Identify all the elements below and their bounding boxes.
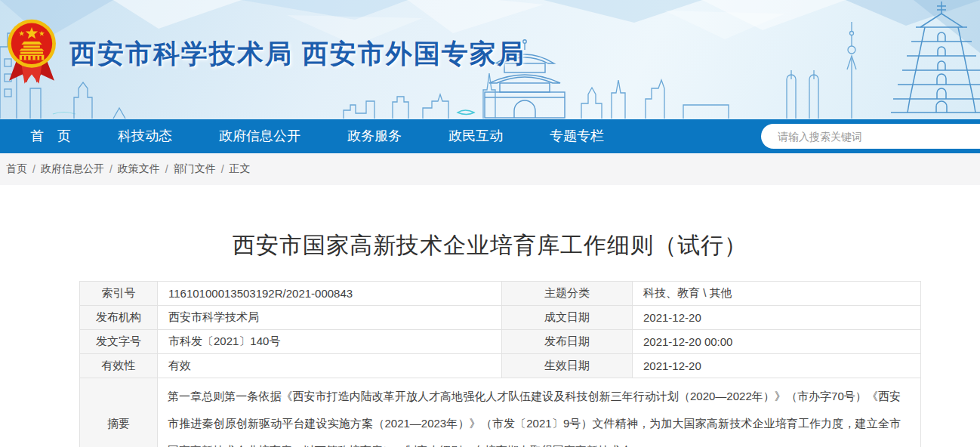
breadcrumb-separator: / xyxy=(32,163,35,175)
meta-value-issuing-agency: 西安市科学技术局 xyxy=(158,306,502,330)
breadcrumb-dept-docs[interactable]: 部门文件 xyxy=(174,162,216,176)
nav-item-home[interactable]: 首 页 xyxy=(30,119,71,153)
site-title: 西安市科学技术局 西安市外国专家局 xyxy=(69,36,525,72)
site-banner: 西安市科学技术局 西安市外国专家局 xyxy=(0,0,980,119)
meta-row-summary: 摘要 第一章总则第一条依据《西安市打造内陆改革开放人才高地强化人才队伍建设及科技… xyxy=(80,378,921,447)
nav-item-special-topics[interactable]: 专题专栏 xyxy=(550,119,604,153)
meta-value-publish-date: 2021-12-20 00:00 xyxy=(633,330,921,354)
nav-item-tech-news[interactable]: 科技动态 xyxy=(118,119,172,153)
meta-row: 发文字号 市科发〔2021〕140号 发布日期 2021-12-20 00:00 xyxy=(80,330,921,354)
meta-label-validity: 有效性 xyxy=(80,354,158,378)
meta-label-doc-number: 发文字号 xyxy=(80,330,158,354)
meta-value-doc-number: 市科发〔2021〕140号 xyxy=(158,330,502,354)
document-meta-table: 索引号 11610100013503192R/2021-000843 主题分类 … xyxy=(79,281,921,447)
meta-row: 索引号 11610100013503192R/2021-000843 主题分类 … xyxy=(80,282,921,306)
meta-value-written-date: 2021-12-20 xyxy=(633,306,921,330)
document-meta: 索引号 11610100013503192R/2021-000843 主题分类 … xyxy=(79,281,980,447)
meta-label-summary: 摘要 xyxy=(80,378,158,447)
meta-value-validity: 有效 xyxy=(158,354,502,378)
breadcrumb-separator: / xyxy=(221,163,224,175)
breadcrumb-home[interactable]: 首页 xyxy=(6,162,27,176)
meta-row: 有效性 有效 生效日期 2021-12-20 xyxy=(80,354,921,378)
breadcrumb-separator: / xyxy=(165,163,168,175)
nav-item-gov-services[interactable]: 政务服务 xyxy=(347,119,402,153)
meta-value-summary: 第一章总则第一条依据《西安市打造内陆改革开放人才高地强化人才队伍建设及科技创新三… xyxy=(158,378,921,447)
breadcrumb-gov-info[interactable]: 政府信息公开 xyxy=(41,162,104,176)
breadcrumb-separator: / xyxy=(109,163,112,175)
document-title: 西安市国家高新技术企业培育库工作细则（试行） xyxy=(0,230,980,261)
meta-label-effective-date: 生效日期 xyxy=(502,354,633,378)
national-emblem-icon xyxy=(6,17,57,89)
nav-item-public-interaction[interactable]: 政民互动 xyxy=(448,119,503,153)
meta-row: 发布机构 西安市科学技术局 成文日期 2021-12-20 xyxy=(80,306,921,330)
meta-value-topic-category: 科技、教育 \ 其他 xyxy=(633,282,921,306)
meta-label-index-number: 索引号 xyxy=(80,282,158,306)
meta-label-publish-date: 发布日期 xyxy=(502,330,633,354)
meta-value-effective-date: 2021-12-20 xyxy=(633,354,921,378)
nav-item-gov-info[interactable]: 政府信息公开 xyxy=(219,119,300,153)
meta-label-topic-category: 主题分类 xyxy=(502,282,633,306)
meta-label-issuing-agency: 发布机构 xyxy=(80,306,158,330)
main-nav: 首 页 科技动态 政府信息公开 政务服务 政民互动 专题专栏 xyxy=(0,119,980,153)
meta-value-index-number: 11610100013503192R/2021-000843 xyxy=(158,282,502,306)
breadcrumb: 首页 / 政府信息公开 / 政策文件 / 部门文件 / 正文 xyxy=(0,153,980,185)
nav-list: 首 页 科技动态 政府信息公开 政务服务 政民互动 专题专栏 xyxy=(0,119,651,153)
search-input[interactable] xyxy=(761,124,980,149)
meta-label-written-date: 成文日期 xyxy=(502,306,633,330)
breadcrumb-current: 正文 xyxy=(230,162,251,176)
breadcrumb-policy-docs[interactable]: 政策文件 xyxy=(118,162,160,176)
